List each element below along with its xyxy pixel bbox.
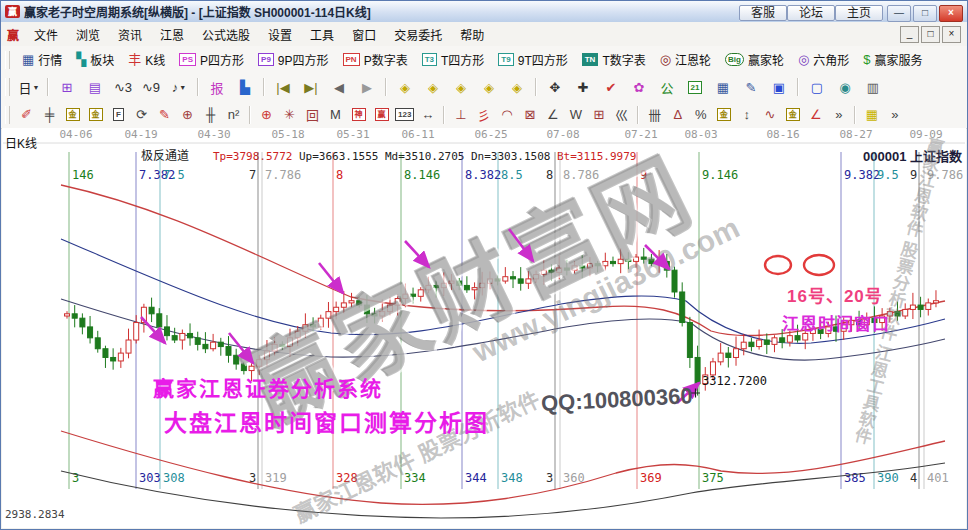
tool-brush-tool[interactable]: ✎: [153, 103, 176, 127]
tool-plain-grid[interactable]: ╫: [199, 103, 222, 127]
tool-stat-bars[interactable]: 卌: [643, 103, 666, 127]
tool-last-page[interactable]: ▶|: [298, 75, 324, 99]
volume-bars-icon: ▙: [240, 80, 250, 95]
toolbar-item-t-number-table[interactable]: TNT数字表: [575, 49, 653, 70]
tool-plus-grid[interactable]: ⊞: [587, 103, 610, 127]
tool-check-pen[interactable]: ✔: [598, 75, 624, 99]
tool-calculator[interactable]: ▦: [710, 75, 736, 99]
menu-item-browse[interactable]: 浏览: [67, 23, 109, 46]
tool-crosshair[interactable]: ✚: [570, 75, 596, 99]
tool-percent-tool[interactable]: %: [689, 103, 712, 127]
tool-mark-tool[interactable]: ♪▼: [166, 75, 192, 99]
tool-period-day[interactable]: 日▼: [16, 75, 42, 99]
tool-n-square[interactable]: n²: [222, 103, 245, 127]
tool-quote-board[interactable]: 报: [204, 75, 230, 99]
mdi-close-button[interactable]: ×: [942, 26, 961, 43]
tool-color-volume[interactable]: ▙: [232, 75, 258, 99]
chart-canvas[interactable]: [2, 128, 966, 528]
tool-gann-fan[interactable]: 彡: [472, 103, 495, 127]
tool-notes[interactable]: ✎: [738, 75, 764, 99]
tool-f-square[interactable]: F: [107, 103, 130, 127]
close-button[interactable]: ×: [939, 5, 963, 22]
tool-gann-target[interactable]: ⊕: [255, 103, 278, 127]
titlebar-button-zhuye[interactable]: 主页: [835, 5, 883, 21]
toolbar-item-p-square[interactable]: PSP四方形: [172, 49, 251, 70]
toolbar-item-kline[interactable]: 丰K线: [121, 49, 172, 70]
menu-item-news[interactable]: 资讯: [109, 23, 151, 46]
restore-button[interactable]: □: [913, 5, 937, 22]
tool-spiral-square[interactable]: 回: [301, 103, 324, 127]
tool-triangle-pct[interactable]: Δ: [666, 103, 689, 127]
tool-gold-square-2[interactable]: 金: [84, 103, 107, 127]
tool-public-tool[interactable]: 公: [654, 75, 680, 99]
toolbar-item-winner-service[interactable]: $赢家服务: [856, 49, 929, 70]
tool-prev-page[interactable]: ◀: [326, 75, 352, 99]
tool-trend-angle[interactable]: ∠: [804, 103, 827, 127]
tool-measure-tool[interactable]: M: [324, 103, 347, 127]
toolbar-item-quotes[interactable]: ▦行情: [15, 49, 69, 70]
tool-calendar-21[interactable]: 21: [682, 75, 708, 99]
tool-pan-hand[interactable]: ✥: [542, 75, 568, 99]
tool-diamond-expand[interactable]: ◈: [420, 75, 446, 99]
menu-item-file[interactable]: 文件: [25, 23, 67, 46]
tool-width-tool[interactable]: ↔: [416, 103, 439, 127]
tool-number-grid[interactable]: 123: [393, 103, 416, 127]
tool-monitor[interactable]: ▢: [804, 75, 830, 99]
tool-shen-square[interactable]: 神: [347, 103, 370, 127]
tool-ying-square[interactable]: 赢: [370, 103, 393, 127]
tool-gold-circle[interactable]: 金: [712, 103, 735, 127]
tool-angle-square[interactable]: ⊥: [449, 103, 472, 127]
tool-save[interactable]: ▣: [766, 75, 792, 99]
tool-minute-9[interactable]: ∿9: [138, 75, 164, 99]
tool-more-tools-2[interactable]: »: [883, 103, 906, 127]
tool-window-switch[interactable]: ⊞: [54, 75, 80, 99]
tool-diamond-center[interactable]: ◈: [476, 75, 502, 99]
toolbar-item-p-number-table[interactable]: PNP数字表: [336, 49, 415, 70]
toolbar-item-9p-square[interactable]: P99P四方形: [251, 49, 335, 70]
mdi-restore-button[interactable]: □: [921, 26, 940, 43]
tool-more-tools[interactable]: »: [827, 103, 850, 127]
tool-box-fan[interactable]: ⊠: [518, 103, 541, 127]
tool-first-page[interactable]: |◀: [270, 75, 296, 99]
toolbar-item-t-square[interactable]: T3T四方形: [415, 49, 492, 70]
toolbar-item-hexagon[interactable]: ◎六角形: [791, 49, 856, 70]
toolbar-item-sectors[interactable]: ▚板块: [69, 49, 121, 70]
menu-item-settings[interactable]: 设置: [259, 23, 301, 46]
tool-festival[interactable]: ✿: [626, 75, 652, 99]
toolbar-item-winner-wheel[interactable]: Big赢家轮: [718, 49, 791, 70]
mdi-minimize-button[interactable]: _: [900, 26, 919, 43]
tool-circle-square[interactable]: ⊕: [176, 103, 199, 127]
menu-item-window[interactable]: 窗口: [343, 23, 385, 46]
tool-cycle-square[interactable]: ⟳: [130, 103, 153, 127]
tool-next-page[interactable]: ▶: [354, 75, 380, 99]
toolbar-item-gann-wheel[interactable]: ◎江恩轮: [653, 49, 718, 70]
tool-arc-tool[interactable]: ◠: [495, 103, 518, 127]
minimize-button[interactable]: —: [887, 5, 911, 22]
menu-item-gann[interactable]: 江恩: [151, 23, 193, 46]
tool-info-pad[interactable]: ▤: [82, 75, 108, 99]
toolbar-item-9t-square[interactable]: T99T四方形: [491, 49, 574, 70]
tool-yellow-grid[interactable]: ▦: [860, 103, 883, 127]
tool-diamond-left[interactable]: ◈: [392, 75, 418, 99]
tool-wave-arc[interactable]: ∿: [758, 103, 781, 127]
menu-item-formula-stock-pick[interactable]: 公式选股: [193, 23, 259, 46]
menu-item-trade-order[interactable]: 交易委托: [385, 23, 451, 46]
tool-gold-lines[interactable]: 金: [781, 103, 804, 127]
titlebar-button-luntan[interactable]: 论坛: [787, 5, 835, 21]
tool-gann-grid[interactable]: ╪: [38, 103, 61, 127]
tool-diamond-move[interactable]: ◈: [504, 75, 530, 99]
titlebar-button-kefu[interactable]: 客服: [739, 5, 787, 21]
tool-minute-3[interactable]: ∿3: [110, 75, 136, 99]
tool-print-pc[interactable]: ▥: [860, 75, 886, 99]
tool-diamond-shrink[interactable]: ◈: [448, 75, 474, 99]
tool-star-tool[interactable]: ✳: [278, 103, 301, 127]
tool-gold-square-1[interactable]: 金: [61, 103, 84, 127]
menu-item-help[interactable]: 帮助: [451, 23, 493, 46]
tool-wave-tool[interactable]: W: [564, 103, 587, 127]
tool-slant-lines[interactable]: 巛: [610, 103, 633, 127]
menu-item-tools[interactable]: 工具: [301, 23, 343, 46]
tool-angle-lines[interactable]: ∠: [541, 103, 564, 127]
tool-pen-tool[interactable]: ✐: [15, 103, 38, 127]
tool-net-pc[interactable]: ◉: [832, 75, 858, 99]
tool-price-pen[interactable]: ↕: [735, 103, 758, 127]
